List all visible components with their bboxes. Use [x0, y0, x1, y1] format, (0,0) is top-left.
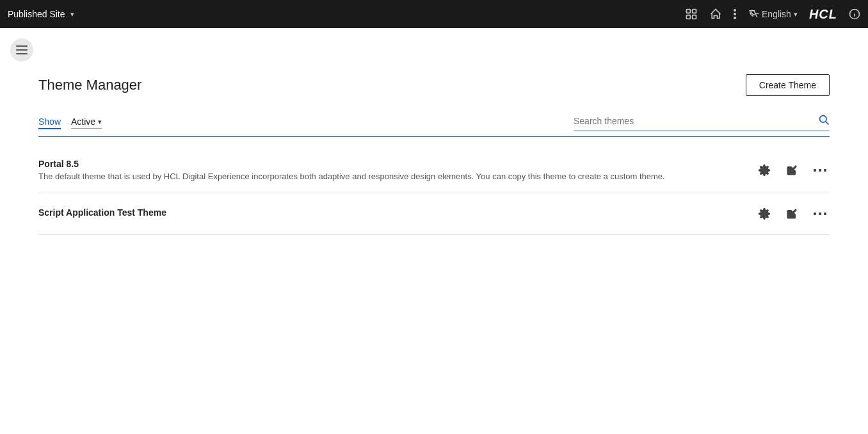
gear-icon	[758, 207, 771, 220]
svg-rect-0	[686, 10, 690, 13]
svg-rect-12	[16, 53, 28, 54]
home-icon-button[interactable]	[709, 8, 722, 20]
filter-value: Active	[71, 117, 95, 127]
sidebar-toggle-button[interactable]	[10, 38, 33, 61]
menu-icon	[16, 45, 28, 54]
theme-info-1: Script Application Test Theme	[38, 207, 755, 220]
table-row: Script Application Test Theme	[38, 193, 830, 235]
language-label: English	[762, 9, 791, 19]
svg-point-13	[820, 116, 827, 123]
edit-icon	[786, 165, 798, 176]
table-row: Portal 8.5 The default theme that is use…	[38, 147, 830, 193]
filter-select[interactable]: Active ▾	[71, 117, 102, 129]
theme-info-0: Portal 8.5 The default theme that is use…	[38, 159, 755, 181]
theme-actions-0	[755, 161, 830, 179]
gear-icon	[758, 164, 771, 177]
svg-point-17	[824, 168, 826, 171]
filter-area: Show Active ▾	[38, 117, 102, 129]
hcl-logo: HCL	[809, 7, 837, 22]
topnav-left: Published Site ▾	[8, 9, 74, 19]
search-icon[interactable]	[818, 114, 830, 128]
edit-icon	[786, 208, 798, 220]
svg-point-5	[734, 13, 736, 15]
svg-rect-3	[693, 15, 696, 19]
page-header: Theme Manager Create Theme	[38, 74, 830, 96]
theme-desc-0: The default theme that is used by HCL Di…	[38, 172, 755, 181]
filter-label: Show	[38, 117, 61, 129]
svg-point-19	[819, 213, 821, 215]
home-icon	[709, 8, 722, 20]
svg-rect-10	[16, 45, 28, 47]
svg-rect-1	[693, 10, 696, 13]
info-icon	[849, 8, 860, 20]
svg-rect-2	[686, 15, 690, 19]
filter-chevron-icon: ▾	[98, 118, 102, 126]
theme-list: Portal 8.5 The default theme that is use…	[38, 147, 830, 235]
language-button[interactable]: English ▾	[748, 8, 798, 20]
create-theme-button[interactable]: Create Theme	[746, 74, 830, 96]
main-content: Theme Manager Create Theme Show Active ▾	[0, 61, 868, 248]
theme-more-button-0[interactable]	[810, 166, 830, 175]
language-chevron: ▾	[794, 10, 798, 19]
svg-point-6	[734, 17, 736, 19]
svg-point-15	[814, 168, 816, 171]
info-icon-button[interactable]	[849, 8, 860, 20]
svg-point-16	[819, 168, 821, 171]
site-label: Published Site	[8, 9, 65, 19]
more-dots-icon	[734, 8, 736, 20]
more-horiz-icon	[813, 212, 827, 216]
more-icon-button[interactable]	[734, 8, 736, 20]
more-horiz-icon	[813, 168, 827, 172]
search-input[interactable]	[574, 116, 813, 126]
theme-settings-button-0[interactable]	[755, 161, 773, 179]
site-chevron-icon[interactable]: ▾	[70, 10, 74, 19]
translate-icon	[748, 8, 759, 20]
svg-line-14	[826, 122, 828, 124]
svg-point-4	[734, 9, 736, 12]
topnav-right: English ▾ HCL	[685, 7, 860, 22]
theme-name-1: Script Application Test Theme	[38, 207, 755, 218]
svg-point-18	[814, 213, 816, 215]
search-area	[574, 114, 830, 131]
apps-icon-button[interactable]	[685, 8, 698, 20]
toolbar: Show Active ▾	[38, 114, 830, 137]
svg-rect-11	[16, 49, 28, 51]
apps-icon	[685, 8, 698, 20]
theme-more-button-1[interactable]	[810, 209, 830, 218]
page-title: Theme Manager	[38, 77, 141, 93]
theme-edit-button-0[interactable]	[784, 162, 800, 179]
sidebar-toggle-area	[0, 28, 868, 61]
theme-settings-button-1[interactable]	[755, 205, 773, 223]
theme-edit-button-1[interactable]	[784, 205, 800, 222]
svg-point-20	[824, 213, 826, 215]
theme-actions-1	[755, 205, 830, 223]
theme-name-0: Portal 8.5	[38, 159, 755, 169]
topnav: Published Site ▾ Engl	[0, 0, 868, 28]
